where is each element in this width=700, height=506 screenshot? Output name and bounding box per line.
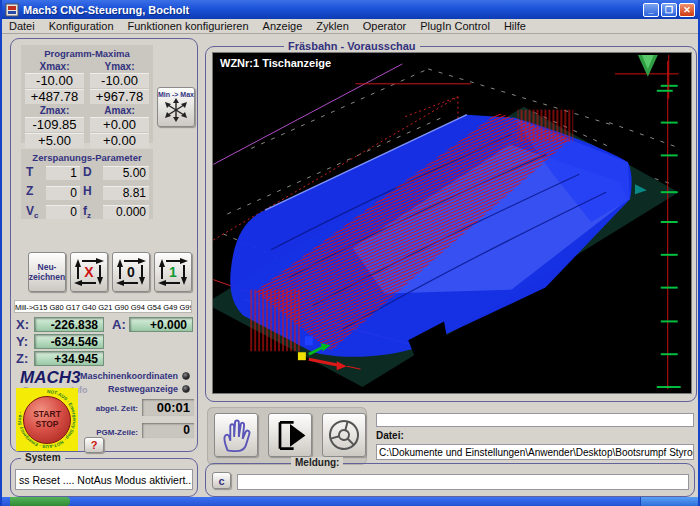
taskbar	[0, 497, 700, 506]
hand-icon	[219, 416, 253, 454]
single-step-button[interactable]	[268, 413, 312, 457]
elapsed-time-label: abgel. Zeit:	[90, 404, 138, 413]
title-bar: Mach3 CNC-Steuerung, Bocholt _ ❐ ✕	[2, 0, 698, 19]
param-fz-label: fz	[83, 204, 100, 220]
cycle-zero-glyph: 0	[127, 264, 135, 280]
cycle-x-glyph: X	[84, 264, 93, 280]
pgm-line-value: 0	[142, 423, 194, 438]
machine-coords-label: Maschinenkoordinaten	[80, 371, 178, 381]
help-button[interactable]: ?	[84, 437, 104, 453]
dtg-label: Restweganzeige	[108, 384, 178, 394]
meldung-label: Meldung:	[291, 457, 343, 468]
min-max-arrows-icon	[163, 98, 189, 122]
param-h-value: 8.81	[103, 186, 149, 200]
dtg-toggle[interactable]: Restweganzeige	[108, 384, 190, 394]
dro-z-label: Z:	[16, 351, 28, 366]
preview-group-title: Fräsbahn - Vorausschau	[284, 40, 420, 52]
menu-bar: Datei Konfiguration Funktionen konfiguri…	[2, 19, 698, 34]
cutting-params-title: Zerspanungs-Parameter	[21, 149, 153, 163]
param-vc-label: Vc	[26, 204, 43, 220]
toolpath-clear-button[interactable]: X	[70, 252, 108, 292]
zmax-label: Zmax:	[25, 105, 84, 116]
toolpath-viewport[interactable]: WZNr:1 Tischanzeige	[212, 52, 692, 394]
system-group: System ss Reset .... NotAus Modus aktivi…	[10, 458, 198, 497]
taskbar-tray	[640, 497, 700, 506]
system-group-title: System	[21, 452, 65, 463]
dro-a-label: A:	[112, 317, 126, 332]
ymax-label: Ymax:	[90, 61, 149, 72]
machine-coords-led	[182, 372, 190, 380]
dtg-led	[182, 385, 190, 393]
redraw-button-label: Neu-zeichnen	[29, 262, 65, 282]
preview-group: Fräsbahn - Vorausschau	[205, 46, 697, 402]
svg-text:NOT-AUS · Emergency Stop · NOT: NOT-AUS · Emergency Stop · NOT-AUS · Eme…	[17, 389, 77, 449]
param-d-value: 5.00	[103, 166, 149, 180]
menu-zyklen[interactable]: Zyklen	[309, 20, 355, 32]
window-title: Mach3 CNC-Steuerung, Bocholt	[23, 4, 641, 16]
elapsed-time-value: 00:01	[142, 399, 194, 416]
wheel-icon	[324, 415, 364, 455]
param-h-label: H	[83, 184, 100, 200]
xmax-value: +487.78	[25, 89, 84, 104]
menu-anzeige[interactable]: Anzeige	[256, 20, 310, 32]
param-vc-value: 0	[46, 205, 80, 219]
param-z-value: 0	[46, 186, 80, 200]
gcode-modal-line: Mill->G15 G80 G17 G40 G21 G90 G94 G54 G4…	[14, 300, 192, 313]
minimize-button[interactable]: _	[643, 3, 659, 17]
param-d-label: D	[83, 165, 100, 181]
jog-hand-button[interactable]	[214, 413, 258, 457]
zmin-value: -109.85	[25, 117, 84, 132]
xmin-value: -10.00	[25, 73, 84, 88]
xmax-label: Xmax:	[25, 61, 84, 72]
toolpath-one-button[interactable]: 1	[154, 252, 192, 292]
dro-x-value[interactable]: -226.838	[34, 317, 104, 332]
zmax-value: +5.00	[25, 133, 84, 148]
menu-operator[interactable]: Operator	[356, 20, 413, 32]
min-max-button[interactable]: Min -> Max	[157, 87, 195, 127]
viewport-overlay-label: WZNr:1 Tischanzeige	[220, 57, 331, 69]
redraw-button[interactable]: Neu-zeichnen	[28, 252, 66, 292]
menu-hilfe[interactable]: Hilfe	[497, 20, 533, 32]
close-button[interactable]: ✕	[679, 3, 695, 17]
amin-value: +0.00	[90, 117, 149, 132]
feed-wheel-button[interactable]	[322, 413, 366, 457]
program-maxima-panel: Programm-Maxima Xmax: Ymax: -10.00 -10.0…	[21, 45, 153, 143]
dro-x-label: X:	[16, 317, 29, 332]
dro-z-value[interactable]: +34.945	[34, 351, 104, 366]
step-arrow-icon	[270, 415, 310, 455]
aux-field	[376, 413, 694, 427]
param-t-label: T	[26, 165, 43, 181]
taskbar-start-button[interactable]	[10, 497, 70, 506]
dro-y-value[interactable]: -634.546	[34, 334, 104, 349]
mach3-window: Mach3 CNC-Steuerung, Bocholt _ ❐ ✕ Datei…	[0, 0, 700, 506]
min-max-button-label: Min -> Max	[158, 91, 194, 98]
machine-coords-toggle[interactable]: Maschinenkoordinaten	[80, 371, 190, 381]
pgm-line-label: PGM-Zeile:	[90, 428, 138, 437]
estop-pad: NOT-AUS · Emergency Stop · NOT-AUS · Eme…	[16, 388, 78, 451]
meldung-field	[237, 474, 689, 490]
meldung-group: Meldung: c	[205, 463, 695, 497]
menu-konfiguration[interactable]: Konfiguration	[42, 20, 121, 32]
param-fz-value: 0.000	[103, 205, 149, 219]
dro-y-label: Y:	[16, 334, 28, 349]
system-message-field: ss Reset .... NotAus Modus aktiviert....…	[15, 469, 193, 490]
program-maxima-title: Programm-Maxima	[21, 45, 153, 59]
menu-funktionen[interactable]: Funktionen konfigurieren	[121, 20, 256, 32]
ymax-value: +967.78	[90, 89, 149, 104]
amax-label: Amax:	[90, 105, 149, 116]
amax-value: +0.00	[90, 133, 149, 148]
restore-button[interactable]: ❐	[661, 3, 677, 17]
param-z-label: Z	[26, 184, 43, 200]
ymin-value: -10.00	[90, 73, 149, 88]
menu-plugin-control[interactable]: PlugIn Control	[413, 20, 497, 32]
toolpath-3d-scene	[213, 53, 691, 393]
datei-label: Datei:	[376, 430, 404, 441]
cutting-params-panel: Zerspanungs-Parameter T 1 D 5.00 Z 0 H 8…	[21, 149, 153, 219]
cycle-one-glyph: 1	[169, 264, 177, 280]
toolpath-zero-button[interactable]: 0	[112, 252, 150, 292]
param-t-value: 1	[46, 166, 80, 180]
app-icon	[5, 3, 19, 17]
menu-datei[interactable]: Datei	[2, 20, 42, 32]
dro-a-value[interactable]: +0.000	[129, 317, 193, 332]
meldung-clear-button[interactable]: c	[212, 472, 231, 489]
